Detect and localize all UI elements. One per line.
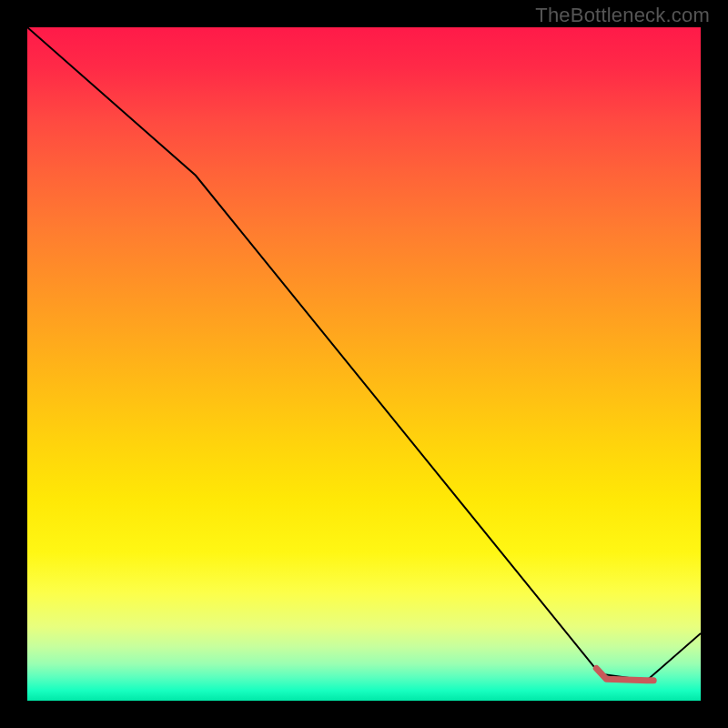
plot-area [27, 27, 701, 701]
chart-container: TheBottleneck.com [0, 0, 728, 728]
main-curve [27, 27, 701, 681]
highlight-segment [596, 668, 653, 680]
chart-overlay [27, 27, 701, 701]
watermark-text: TheBottleneck.com [535, 4, 710, 27]
